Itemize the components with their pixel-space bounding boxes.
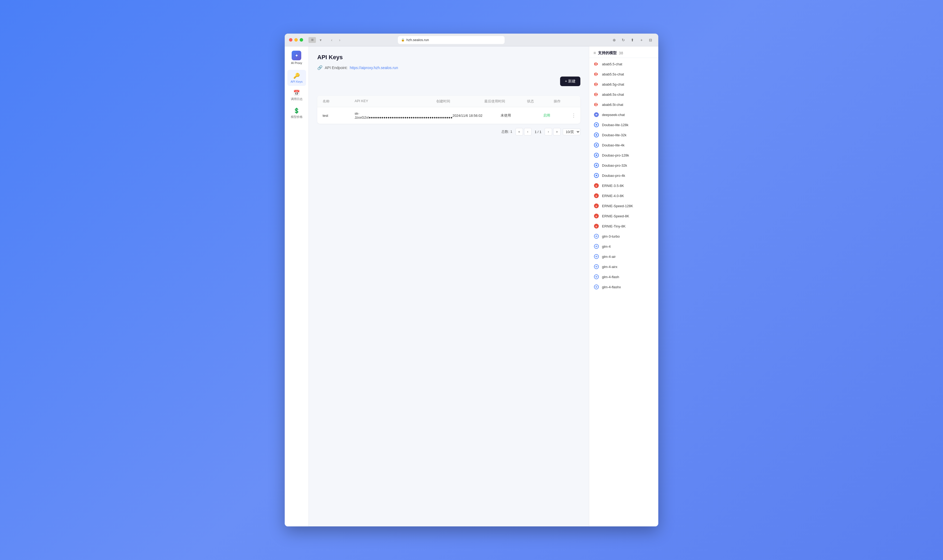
model-icon-abab65tchat [593, 102, 599, 108]
model-icon-doubao-pro-128k [593, 152, 599, 158]
header-actions: + 新建 [317, 77, 580, 91]
list-item[interactable]: glm-4-flash [589, 272, 658, 282]
list-item[interactable]: E ERNIE-Tiny-8K [589, 221, 658, 231]
list-item[interactable]: deepseek-chat [589, 109, 658, 120]
list-item[interactable]: glm-3-turbo [589, 231, 658, 242]
svg-rect-6 [594, 83, 595, 86]
col-api-key: API KEY [354, 99, 436, 104]
first-page-button[interactable]: « [516, 128, 523, 135]
refresh-icon[interactable]: ↻ [620, 37, 627, 43]
list-item[interactable]: glm-4-air [589, 251, 658, 262]
endpoint-url[interactable]: https://aiproxy.hzh.sealos.run [350, 66, 398, 70]
maximize-button[interactable] [300, 38, 303, 42]
minimize-button[interactable] [294, 38, 298, 42]
svg-point-21 [596, 144, 597, 146]
translate-icon[interactable]: ⊕ [611, 37, 618, 43]
svg-rect-9 [594, 93, 595, 96]
model-name: ERNIE-Tiny-8K [602, 224, 626, 228]
col-status: 状态 [527, 99, 554, 104]
model-name: glm-4-flash [602, 275, 619, 279]
model-icon-ernie-tiny-8k: E [593, 223, 599, 229]
list-item[interactable]: Doubao-pro-4k [589, 171, 658, 180]
list-item[interactable]: glm-4-airx [589, 262, 658, 272]
forward-button[interactable]: › [336, 37, 343, 43]
traffic-lights [289, 38, 303, 42]
pagination-info: 1 / 1 [533, 130, 544, 134]
model-icon-glm4-airx [593, 264, 599, 269]
list-item[interactable]: abab5.5s-chat [589, 69, 658, 79]
last-page-button[interactable]: » [553, 128, 561, 135]
model-name: Doubao-pro-128k [602, 153, 629, 157]
pagination-total: 总数: 1 [501, 129, 512, 134]
title-bar: ⊞ ▾ ‹ › 🔒 hzh.sealos.run ⊕ ↻ ⬆ + ⊟ [285, 34, 658, 46]
list-item[interactable]: glm-4-flashx [589, 282, 658, 292]
sidebar-item-api-keys[interactable]: 🔑 API Keys [287, 70, 306, 86]
row-more-button[interactable]: ⋮ [570, 112, 578, 119]
sidebar-label-call-log: 调用日志 [291, 97, 303, 101]
model-name: abab6.5s-chat [602, 92, 624, 97]
model-price-icon: 💲 [293, 108, 300, 114]
prev-page-button[interactable]: ‹ [524, 128, 532, 135]
list-item[interactable]: Doubao-pro-128k [589, 150, 658, 160]
model-name: glm-4-flashx [602, 285, 621, 289]
pagination: 总数: 1 « ‹ 1 / 1 › » 10/页 [317, 124, 580, 140]
svg-rect-10 [596, 92, 596, 96]
address-bar[interactable]: 🔒 hzh.sealos.run [398, 36, 505, 44]
svg-rect-8 [597, 83, 598, 85]
share-icon[interactable]: ⬆ [629, 37, 636, 43]
model-icon-abab55schat [593, 71, 599, 77]
row-created-time: 2024/11/6 18:56:02 [453, 114, 501, 118]
list-item[interactable]: Doubao-lite-4k [589, 140, 658, 150]
model-icon-doubao-pro-4k [593, 172, 599, 178]
close-button[interactable] [289, 38, 293, 42]
list-item[interactable]: E ERNIE-Speed-8K [589, 211, 658, 221]
app-logo-text: AI Proxy [291, 62, 302, 65]
list-item[interactable]: E ERNIE-4.0-8K [589, 191, 658, 201]
back-button[interactable]: ‹ [328, 37, 335, 43]
per-page-select[interactable]: 10/页 [563, 129, 580, 135]
list-item[interactable]: Doubao-lite-128k [589, 120, 658, 130]
list-item[interactable]: E ERNIE-3.5-8K [589, 180, 658, 191]
toolbar-right: ⊕ ↻ ⬆ + ⊟ [611, 37, 654, 43]
svg-rect-11 [597, 93, 598, 95]
col-last-used: 最后使用时间 [484, 99, 527, 104]
svg-rect-1 [596, 62, 596, 66]
svg-point-40 [594, 254, 598, 258]
call-log-icon: 📅 [293, 89, 300, 96]
page-title: API Keys [317, 54, 580, 61]
list-item[interactable]: Doubao-pro-32k [589, 160, 658, 171]
list-item[interactable]: abab5.5-chat [589, 59, 658, 69]
svg-text:E: E [596, 215, 597, 218]
svg-rect-14 [597, 103, 598, 106]
model-icon-abab65gchat [593, 82, 599, 87]
sidebar-toggle-icon[interactable]: ⊟ [647, 37, 654, 43]
list-item[interactable]: abab6.5s-chat [589, 89, 658, 100]
svg-point-19 [596, 134, 597, 136]
next-page-button[interactable]: › [545, 128, 552, 135]
tab-dropdown[interactable]: ▾ [317, 37, 324, 43]
svg-point-25 [596, 165, 597, 166]
model-name: Doubao-lite-32k [602, 133, 627, 137]
app-body: ✦ AI Proxy 🔑 API Keys 📅 调用日志 💲 模型价格 API … [285, 46, 658, 526]
list-item[interactable]: abab6.5g-chat [589, 79, 658, 89]
link-icon: 🔗 [317, 65, 323, 70]
nav-arrows: ‹ › [328, 37, 343, 43]
new-button[interactable]: + 新建 [560, 77, 580, 86]
list-item[interactable]: glm-4 [589, 242, 658, 251]
svg-point-41 [594, 265, 598, 269]
model-icon-deepseek [593, 112, 599, 118]
new-tab-icon[interactable]: + [638, 37, 645, 43]
model-icon-ernie-35-8k: E [593, 183, 599, 189]
list-item[interactable]: abab6.5t-chat [589, 100, 658, 109]
svg-text:E: E [596, 185, 597, 187]
list-item[interactable]: Doubao-lite-32k [589, 130, 658, 140]
svg-rect-13 [596, 103, 596, 106]
svg-rect-5 [597, 73, 598, 75]
svg-point-17 [596, 124, 597, 126]
svg-rect-12 [594, 103, 595, 106]
sidebar-item-model-price[interactable]: 💲 模型价格 [287, 105, 306, 122]
svg-rect-4 [596, 72, 596, 76]
svg-rect-7 [596, 82, 596, 86]
list-item[interactable]: E ERNIE-Speed-128K [589, 201, 658, 211]
sidebar-item-call-log[interactable]: 📅 调用日志 [287, 87, 306, 104]
